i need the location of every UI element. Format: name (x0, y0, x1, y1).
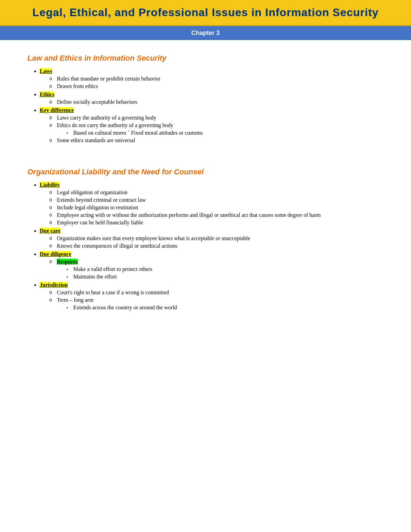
header-banner: Legal, Ethical, and Professional Issues … (0, 0, 411, 26)
list-item: Employee acting with or without the auth… (49, 212, 384, 218)
list-item-laws: Laws Rules that mandate or prohibit cert… (40, 68, 384, 89)
key-difference-label: Key difference (40, 107, 74, 113)
section1-list: Laws Rules that mandate or prohibit cert… (27, 68, 384, 144)
ethics-sublist: Define socially acceptable behaviors (40, 99, 384, 105)
main-content: Law and Ethics in Information Security L… (0, 40, 411, 338)
list-item: Extends beyond criminal or contract law (49, 197, 384, 203)
list-item: Based on cultural mores ´ Fixed moral at… (66, 130, 384, 136)
list-item: Employer can be held financially liable (49, 220, 384, 226)
section-org-liability: Organizational Liability and the Need fo… (27, 168, 384, 311)
ethics-authority-sublist: Based on cultural mores ´ Fixed moral at… (57, 130, 384, 136)
due-diligence-sublist: Requires Make a valid effort to protect … (40, 259, 384, 280)
laws-sublist: Rules that mandate or prohibit certain b… (40, 76, 384, 89)
list-item-jurisdiction: Jurisdiction Court's right to hear a cas… (40, 282, 384, 311)
requires-sublist: Make a valid effort to protect others Ma… (57, 266, 384, 280)
page-title: Legal, Ethical, and Professional Issues … (14, 6, 397, 19)
ethics-label: Ethics (40, 91, 54, 97)
list-item: Legal obligation of organization (49, 189, 384, 196)
long-arm-sublist: Extends across the country or around the… (57, 305, 384, 311)
laws-label: Laws (40, 68, 52, 74)
section-law-ethics: Law and Ethics in Information Security L… (27, 54, 384, 144)
requires-label: Requires (57, 259, 78, 264)
section2-list: Liability Legal obligation of organizati… (27, 182, 384, 311)
list-item: Term – long arm Extends across the count… (49, 297, 384, 311)
list-item-ethics: Ethics Define socially acceptable behavi… (40, 91, 384, 105)
due-diligence-label: Due diligence (40, 251, 71, 257)
liability-label: Liability (40, 182, 60, 188)
list-item: Make a valid effort to protect others (66, 266, 384, 272)
list-item: Extends across the country or around the… (66, 305, 384, 311)
list-item: Court's right to hear a case if a wrong … (49, 289, 384, 296)
list-item: Rules that mandate or prohibit certain b… (49, 76, 384, 82)
list-item: Maintains the effort (66, 274, 384, 280)
list-item-requires: Requires Make a valid effort to protect … (49, 259, 384, 280)
chapter-bar: Chapter 3 (0, 26, 411, 40)
jurisdiction-label: Jurisdiction (40, 282, 68, 288)
jurisdiction-sublist: Court's right to hear a case if a wrong … (40, 289, 384, 311)
key-difference-sublist: Laws carry the authority of a governing … (40, 115, 384, 144)
list-item: Drawn from ethics (49, 83, 384, 89)
due-care-sublist: Organization makes sure that every emplo… (40, 235, 384, 249)
section1-title: Law and Ethics in Information Security (27, 54, 384, 63)
list-item: Some ethics standards are universal (49, 137, 384, 144)
list-item: Laws carry the authority of a governing … (49, 115, 384, 121)
list-item: Knows the consequences of illegal or une… (49, 243, 384, 249)
list-item-due-care: Due care Organization makes sure that ev… (40, 228, 384, 249)
list-item: Define socially acceptable behaviors (49, 99, 384, 105)
list-item: Include legal obligation to restitution (49, 205, 384, 211)
section2-title: Organizational Liability and the Need fo… (27, 168, 384, 176)
due-care-label: Due care (40, 228, 61, 234)
chapter-label: Chapter 3 (14, 29, 397, 37)
list-item: Organization makes sure that every emplo… (49, 235, 384, 242)
list-item-due-diligence: Due diligence Requires Make a valid effo… (40, 251, 384, 280)
list-item-liability: Liability Legal obligation of organizati… (40, 182, 384, 226)
list-item: Ethics do not carry the authority of a g… (49, 122, 384, 136)
spacer (27, 157, 384, 168)
liability-sublist: Legal obligation of organization Extends… (40, 189, 384, 226)
list-item-key-difference: Key difference Laws carry the authority … (40, 107, 384, 144)
